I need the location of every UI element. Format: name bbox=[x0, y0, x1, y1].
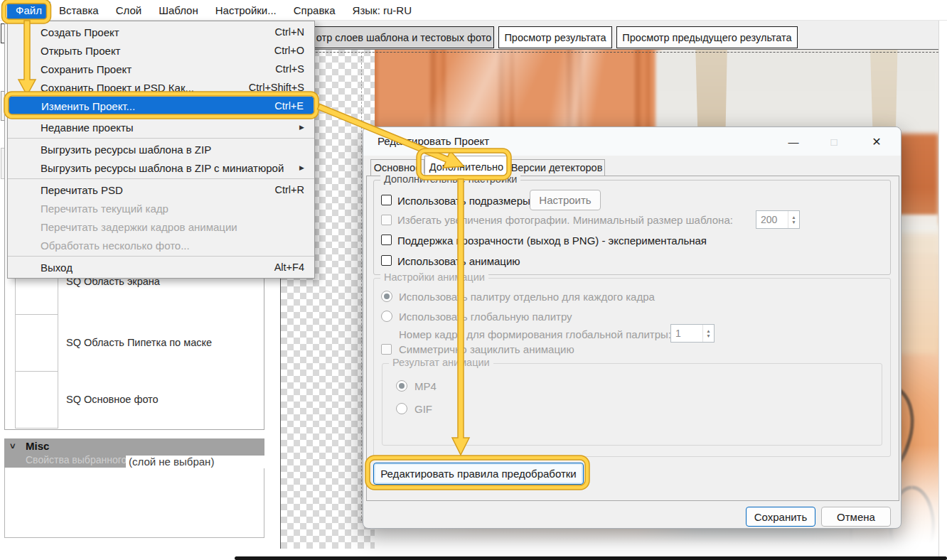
radio-label: Использовать палитру отдельно для каждог… bbox=[399, 291, 655, 303]
checkbox-label: Поддержка прозрачности (выход в PNG) - э… bbox=[397, 235, 707, 247]
menu-insert[interactable]: Вставка bbox=[50, 1, 107, 19]
checkbox-label: Избегать увеличения фотографии. Минималь… bbox=[397, 214, 733, 226]
menu-item-label: Выгрузить ресурсы шаблона в ZIP с миниат… bbox=[41, 162, 284, 174]
menu-shortcut: Ctrl+Shift+S bbox=[249, 82, 304, 93]
spin-down-icon: ▼ bbox=[791, 220, 796, 225]
frame-number-label: Номер кадра для формирования глобальной … bbox=[399, 328, 671, 340]
layer-row-label[interactable]: SQ Область Пипетка по маске bbox=[66, 337, 212, 348]
menu-shortcut: Alt+F4 bbox=[274, 262, 304, 273]
misc-section-title: Misc bbox=[26, 440, 49, 452]
window-bottom-edge bbox=[235, 556, 947, 560]
menu-item-edit-project[interactable]: Изменить Проект... Ctrl+E bbox=[9, 97, 314, 115]
menu-item-label: Сохранить Проект и PSD Как... bbox=[41, 82, 194, 94]
layer-row-label[interactable]: SQ Основное фото bbox=[66, 394, 159, 405]
menu-settings[interactable]: Настройки... bbox=[207, 1, 285, 19]
menu-template[interactable]: Шаблон bbox=[150, 1, 207, 19]
app-window: Файл Вставка Слой Шаблон Настройки... Сп… bbox=[0, 0, 947, 560]
tab-template-layers[interactable]: отр слоев шаблона и тестовых фото bbox=[314, 26, 494, 48]
dialog-title: Редактировать Проект bbox=[378, 135, 489, 147]
radio-mp4 bbox=[396, 380, 407, 392]
menu-item-label: Изменить Проект... bbox=[41, 100, 135, 112]
file-dropdown-menu: Создать Проект Ctrl+N Открыть Проект Ctr… bbox=[7, 21, 315, 279]
checkbox-label: Использовать анимацию bbox=[397, 255, 520, 267]
checkbox-avoid-upscale bbox=[381, 215, 392, 225]
dialog-tab-additional[interactable]: Дополнительно bbox=[424, 156, 508, 177]
minimize-icon[interactable]: — bbox=[778, 127, 809, 156]
spin-up-icon: ▲ bbox=[791, 215, 796, 220]
misc-panel-body bbox=[4, 468, 264, 538]
menu-shortcut: Ctrl+R bbox=[275, 184, 305, 195]
dialog-tab-detector-versions[interactable]: Версии детекторов bbox=[508, 159, 605, 176]
layer-thumbnail[interactable] bbox=[15, 314, 58, 372]
menu-item-open-project[interactable]: Открыть Проект Ctrl+O bbox=[8, 41, 314, 60]
maximize-icon: □ bbox=[818, 127, 850, 156]
radio-global-palette bbox=[381, 311, 392, 322]
min-template-size-spinner: 200 ▲ ▼ bbox=[756, 210, 800, 229]
misc-property-label: Свойства выбранного bbox=[26, 454, 127, 465]
menu-item-save-project[interactable]: Сохранить Проект Ctrl+S bbox=[8, 60, 314, 78]
menu-item-label: Выгрузить ресурсы шаблона в ZIP bbox=[41, 144, 211, 156]
tab-result-preview[interactable]: Просмотр результата bbox=[498, 26, 612, 48]
group-animation-result: Результат анимации bbox=[382, 363, 882, 446]
checkbox-use-subsizes[interactable] bbox=[381, 195, 392, 205]
checkbox-label: Использовать подразмеры bbox=[397, 195, 530, 207]
menu-item-reread-frame-delays: Перечитать задержки кадров анимации bbox=[8, 217, 314, 236]
spin-up-icon: ▲ bbox=[706, 328, 710, 333]
window-right-edge bbox=[938, 21, 947, 560]
submenu-arrow-icon: ▶ bbox=[299, 124, 304, 131]
chevron-down-icon[interactable]: ˅ bbox=[10, 441, 16, 451]
menu-shortcut: Ctrl+N bbox=[275, 26, 305, 38]
close-icon[interactable]: ✕ bbox=[861, 127, 892, 156]
submenu-arrow-icon: ▶ bbox=[299, 164, 304, 171]
menu-item-reread-current-frame: Перечитать текущий кадр bbox=[8, 199, 314, 217]
save-button[interactable]: Сохранить bbox=[746, 507, 815, 527]
radio-label: Использовать глобальную палитру bbox=[399, 311, 572, 323]
menu-item-new-project[interactable]: Создать Проект Ctrl+N bbox=[8, 23, 314, 41]
menu-shortcut: Ctrl+E bbox=[274, 100, 304, 112]
menu-separator bbox=[8, 138, 314, 139]
configure-button: Настроить bbox=[530, 190, 601, 210]
selection-marquee-vertical bbox=[361, 52, 362, 521]
menu-shortcut: Ctrl+O bbox=[274, 45, 304, 56]
radio-label: MP4 bbox=[414, 380, 437, 392]
group-legend: Настройки анимации bbox=[380, 271, 488, 283]
menu-language[interactable]: Язык: ru-RU bbox=[344, 1, 420, 19]
menu-item-save-project-psd-as[interactable]: Сохранить Проект и PSD Как... Ctrl+Shift… bbox=[8, 78, 314, 97]
spinner-arrows: ▲ ▼ bbox=[788, 211, 799, 228]
edit-preprocessing-rules-button[interactable]: Редактировать правила предобработки bbox=[373, 463, 584, 485]
menu-item-export-zip-thumbnail[interactable]: Выгрузить ресурсы шаблона в ZIP с миниат… bbox=[8, 158, 314, 177]
cancel-button[interactable]: Отмена bbox=[821, 507, 891, 527]
menu-bar: Файл Вставка Слой Шаблон Настройки... Сп… bbox=[0, 0, 947, 21]
selection-marquee-horizontal bbox=[280, 52, 938, 53]
checkbox-label: Симметрично зациклить анимацию bbox=[399, 343, 574, 355]
menu-help[interactable]: Справка bbox=[285, 1, 344, 19]
menu-item-label: Перечитать задержки кадров анимации bbox=[41, 221, 237, 233]
menu-item-process-multiple-photos: Обработать несколько фото... bbox=[8, 236, 314, 254]
menu-layer[interactable]: Слой bbox=[107, 1, 150, 19]
tab-previous-result-preview[interactable]: Просмотр предыдущего результата bbox=[616, 26, 798, 48]
menu-item-label: Выход bbox=[41, 262, 73, 274]
menu-item-exit[interactable]: Выход Alt+F4 bbox=[8, 258, 314, 276]
menu-item-label: Недавние проекты bbox=[41, 122, 134, 134]
menu-file[interactable]: Файл bbox=[7, 1, 50, 19]
frame-number-spinner: 1 ▲ ▼ bbox=[670, 324, 715, 343]
menu-separator bbox=[8, 256, 314, 257]
menu-item-label: Обработать несколько фото... bbox=[41, 239, 190, 252]
spinner-value: 1 bbox=[671, 325, 702, 342]
checkbox-png-transparency[interactable] bbox=[381, 235, 392, 245]
menu-shortcut: Ctrl+S bbox=[275, 63, 304, 75]
menu-item-label: Перечитать PSD bbox=[41, 184, 123, 196]
menu-separator bbox=[8, 178, 314, 179]
layer-thumbnail[interactable] bbox=[15, 371, 58, 429]
checkbox-use-animation[interactable] bbox=[381, 255, 392, 266]
menu-item-label: Перечитать текущий кадр bbox=[41, 203, 168, 215]
checkbox-symmetric-loop bbox=[381, 344, 392, 355]
menu-item-label: Открыть Проект bbox=[41, 45, 121, 57]
menu-item-label: Сохранить Проект bbox=[41, 63, 132, 75]
spinner-arrows: ▲ ▼ bbox=[702, 325, 714, 342]
group-legend: Результат анимации bbox=[389, 357, 493, 368]
radio-palette-per-frame bbox=[381, 291, 392, 302]
menu-item-reread-psd[interactable]: Перечитать PSD Ctrl+R bbox=[8, 181, 314, 199]
menu-item-recent-projects[interactable]: Недавние проекты ▶ bbox=[8, 118, 314, 136]
menu-item-export-zip[interactable]: Выгрузить ресурсы шаблона в ZIP bbox=[8, 140, 314, 158]
